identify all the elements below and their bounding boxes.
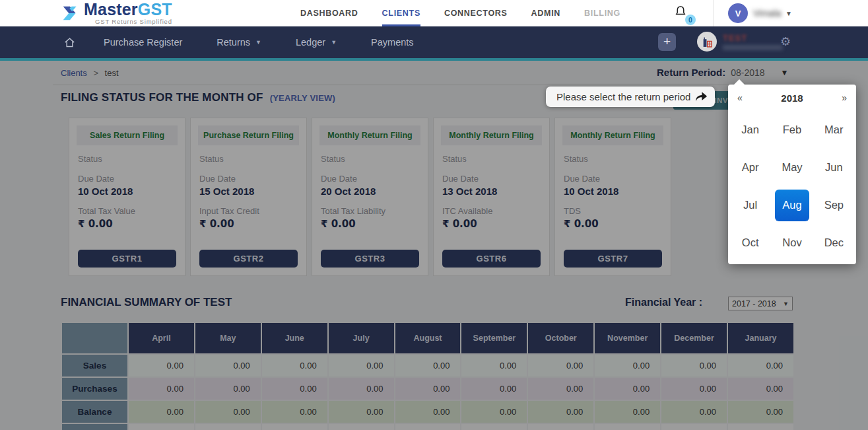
- return-period-caret-down-icon[interactable]: ▼: [781, 68, 789, 77]
- table-cell-value: 0.00: [129, 378, 194, 400]
- card-metric-value: ₹ 0.00: [78, 218, 176, 230]
- card-title: Purchase Return Filing: [198, 125, 299, 145]
- year-label: 2018: [747, 92, 838, 104]
- main-navbar: Purchase RegisterReturns▼Ledger▼Payments…: [0, 26, 868, 61]
- month-nov[interactable]: Nov: [771, 224, 813, 262]
- table-cell-value: 0.00: [395, 378, 461, 400]
- month-apr[interactable]: Apr: [729, 149, 771, 186]
- select-caret-down-icon: ▼: [783, 301, 789, 307]
- month-dec[interactable]: Dec: [813, 224, 855, 262]
- card-due-date-label: Due Date: [321, 174, 419, 184]
- top-nav-dashboard[interactable]: DASHBOARD: [300, 0, 358, 26]
- top-navigation: DASHBOARDCLIENTSCONNECTORSADMINBILLING: [300, 0, 620, 26]
- card-due-date-value: 10 Oct 2018: [564, 186, 662, 197]
- financial-year-label: Financial Year :: [625, 297, 702, 308]
- nav-purchase-register[interactable]: Purchase Register: [104, 37, 182, 48]
- gstr6-button[interactable]: GSTR6: [442, 250, 541, 268]
- table-cell-value: [329, 424, 394, 430]
- top-nav-clients[interactable]: CLIENTS: [382, 0, 420, 26]
- top-nav-billing[interactable]: BILLING: [584, 0, 620, 26]
- month-label: Dec: [817, 227, 851, 259]
- chevron-down-icon: ▼: [255, 39, 261, 46]
- table-cell-value: 0.00: [195, 355, 261, 376]
- table-cell-value: [129, 424, 194, 430]
- column-header-july: July: [329, 323, 394, 353]
- table-cell-value: 0.00: [329, 355, 394, 376]
- month-aug[interactable]: Aug: [771, 186, 813, 224]
- return-period-label: Return Period:: [657, 67, 725, 78]
- table-cell-value: 0.00: [528, 378, 593, 400]
- month-mar[interactable]: Mar: [813, 111, 855, 149]
- top-nav-connectors[interactable]: CONNECTORS: [444, 0, 508, 26]
- company-selector[interactable]: TEST XXXXXXXXXXXXXX: [697, 32, 783, 52]
- logo-text: MasterGST: [84, 1, 172, 17]
- table-cell-value: 0.00: [595, 401, 660, 423]
- company-name: TEST: [723, 33, 783, 43]
- month-label: Jun: [817, 152, 851, 184]
- company-gstin-masked: XXXXXXXXXXXXXX: [723, 44, 783, 51]
- table-row-sales: Sales0.000.000.000.000.000.000.000.000.0…: [62, 355, 793, 376]
- month-sep[interactable]: Sep: [813, 186, 855, 224]
- tour-tooltip-text: Please select the return period: [556, 91, 690, 102]
- home-icon[interactable]: [63, 36, 76, 49]
- table-cell-value: 0.00: [661, 378, 727, 400]
- card-due-date-value: 20 Oct 2018: [321, 186, 419, 197]
- month-label: Jan: [733, 114, 768, 146]
- column-header-january: January: [728, 323, 793, 353]
- table-cell-value: 0.00: [195, 378, 261, 400]
- add-client-button[interactable]: +: [658, 33, 676, 51]
- row-label: [62, 424, 127, 430]
- card-metric-label: Input Tax Credit: [199, 206, 298, 216]
- nav-payments[interactable]: Payments: [371, 37, 413, 48]
- mastergst-logo-icon: [61, 4, 80, 25]
- table-cell-value: [195, 424, 261, 430]
- month-jun[interactable]: Jun: [813, 149, 855, 186]
- month-label: Sep: [817, 190, 851, 221]
- card-status-label: Status: [78, 154, 176, 164]
- gstr7-button[interactable]: GSTR7: [564, 250, 662, 268]
- top-nav-admin[interactable]: ADMIN: [531, 0, 560, 26]
- user-avatar[interactable]: V: [728, 3, 748, 23]
- month-label: Aug: [775, 190, 809, 221]
- card-title: Monthly Return Filing: [562, 125, 663, 145]
- row-label: Sales: [62, 355, 127, 376]
- table-cell-value: 0.00: [661, 355, 727, 376]
- yearly-view-link[interactable]: (YEARLY VIEW): [270, 93, 335, 103]
- prev-year-button[interactable]: «: [737, 92, 747, 103]
- month-oct[interactable]: Oct: [729, 224, 771, 262]
- month-feb[interactable]: Feb: [771, 111, 813, 149]
- filing-status-title: FILING STATUS FOR THE MONTH OF(YEARLY VI…: [61, 91, 335, 104]
- nav-returns[interactable]: Returns▼: [217, 37, 261, 48]
- month-jul[interactable]: Jul: [729, 186, 771, 224]
- settings-gear-icon[interactable]: ⚙: [780, 34, 791, 49]
- user-name[interactable]: Vimala: [753, 0, 782, 26]
- financial-year-select[interactable]: 2017 - 2018 ▼: [728, 297, 793, 310]
- gstr2-button[interactable]: GSTR2: [199, 250, 298, 268]
- gstr3-button[interactable]: GSTR3: [321, 250, 419, 268]
- breadcrumb-clients-link[interactable]: Clients: [61, 68, 87, 78]
- financial-summary-title: FINANCIAL SUMMARY OF TEST: [61, 296, 232, 309]
- nav-item-label: Purchase Register: [104, 37, 182, 48]
- table-cell-value: 0.00: [728, 401, 793, 423]
- month-may[interactable]: May: [771, 149, 813, 186]
- card-metric-label: ITC Available: [442, 206, 541, 216]
- popup-caret: [733, 79, 745, 85]
- content-divider: [53, 85, 807, 85]
- nav-ledger[interactable]: Ledger▼: [296, 37, 337, 48]
- nav-item-label: Returns: [217, 37, 250, 48]
- app-logo[interactable]: MasterGST GST Returns Simplified: [61, 1, 172, 25]
- gstr1-button[interactable]: GSTR1: [78, 250, 176, 268]
- month-label: May: [775, 152, 809, 184]
- card-metric-value: ₹ 0.00: [442, 218, 541, 230]
- month-jan[interactable]: Jan: [729, 111, 771, 149]
- breadcrumb-current: test: [105, 68, 119, 78]
- row-label: Purchases: [62, 378, 127, 400]
- user-menu-chevron-down-icon[interactable]: ▼: [785, 0, 792, 26]
- card-title: Sales Return Filing: [77, 125, 178, 145]
- table-cell-value: [395, 424, 461, 430]
- card-due-date-label: Due Date: [564, 174, 662, 184]
- return-period-dropdown[interactable]: Return Period: 08-2018 ▼: [657, 67, 788, 78]
- next-year-button[interactable]: »: [838, 92, 847, 103]
- table-corner-cell: [62, 323, 127, 353]
- notifications-bell[interactable]: 0: [673, 5, 693, 23]
